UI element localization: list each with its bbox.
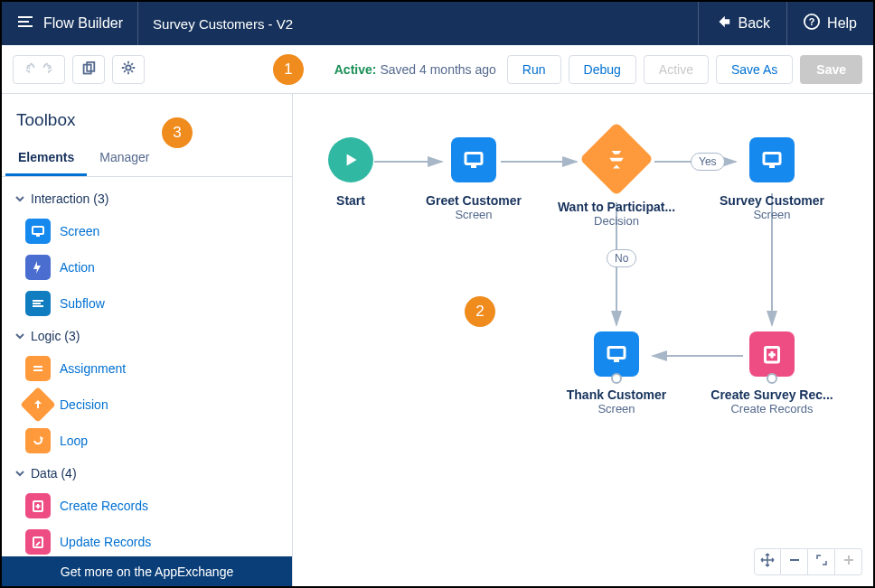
palette: Interaction (3) Screen Action Subflow Lo…: [2, 177, 292, 556]
appexchange-button[interactable]: Get more on the AppExchange: [2, 556, 292, 586]
debug-button[interactable]: Debug: [569, 55, 636, 84]
svg-rect-21: [608, 348, 625, 359]
callout-2: 2: [465, 296, 495, 327]
callout-3: 3: [162, 117, 193, 148]
undo-redo-group: [13, 55, 65, 84]
callout-1: 1: [273, 54, 304, 85]
node-thank-customer[interactable]: Thank Customer Screen: [544, 331, 689, 415]
create-records-icon: [25, 493, 51, 518]
contract-icon: [815, 554, 828, 570]
svg-rect-22: [614, 359, 619, 362]
chevron-down-icon: [14, 331, 25, 341]
palette-item-subflow[interactable]: Subflow: [2, 285, 292, 322]
palette-item-screen[interactable]: Screen: [2, 213, 292, 249]
palette-item-update-records[interactable]: Update Records: [2, 524, 292, 556]
svg-point-4: [126, 65, 130, 70]
flow-title: Survey Customers - V2: [138, 2, 697, 45]
palette-item-decision[interactable]: Decision: [2, 387, 292, 423]
active-button: Active: [644, 55, 709, 84]
screen-icon: [594, 331, 639, 377]
svg-rect-5: [33, 227, 43, 234]
palette-item-loop[interactable]: Loop: [2, 423, 292, 459]
node-create-sub: Create Records: [700, 402, 844, 415]
tab-elements[interactable]: Elements: [5, 141, 87, 176]
chevron-down-icon: [14, 468, 25, 479]
node-thank-label: Thank Customer: [544, 387, 689, 402]
redo-button[interactable]: [40, 60, 56, 79]
toolbox-title: Toolbox: [2, 94, 292, 141]
save-as-button[interactable]: Save As: [716, 55, 793, 84]
palette-item-action[interactable]: Action: [2, 249, 292, 285]
node-want-label: Want to Participat...: [544, 200, 689, 214]
assignment-icon: [25, 356, 51, 381]
node-create-survey-records[interactable]: Create Survey Rec... Create Records: [700, 331, 844, 415]
screen-icon: [749, 137, 795, 182]
back-label: Back: [739, 15, 771, 32]
button-bar: Active: Saved 4 months ago Run Debug Act…: [2, 45, 873, 94]
category-logic[interactable]: Logic (3): [2, 322, 292, 350]
node-survey-customer[interactable]: Survey Customer Screen: [700, 137, 844, 221]
status-label: Active:: [334, 62, 377, 77]
node-survey-sub: Screen: [700, 208, 844, 221]
node-port[interactable]: [767, 373, 777, 384]
start-icon: [328, 137, 373, 182]
svg-text:?: ?: [809, 16, 815, 27]
back-button[interactable]: Back: [698, 2, 787, 45]
arrow-left-icon: [715, 14, 731, 33]
screen-icon: [451, 137, 496, 182]
move-icon: [760, 553, 775, 571]
category-interaction[interactable]: Interaction (3): [2, 184, 292, 213]
plus-icon: [842, 554, 855, 570]
node-create-label: Create Survey Rec...: [700, 387, 844, 402]
svg-rect-19: [764, 154, 780, 164]
copy-button[interactable]: [72, 55, 105, 84]
svg-rect-6: [36, 235, 40, 237]
help-button[interactable]: ? Help: [786, 2, 873, 45]
node-want-participate[interactable]: Want to Participat... Decision: [544, 133, 689, 228]
svg-rect-20: [769, 165, 775, 168]
svg-rect-18: [471, 165, 476, 168]
node-want-sub: Decision: [544, 214, 689, 228]
node-port[interactable]: [611, 373, 622, 384]
question-icon: ?: [804, 14, 820, 33]
flow-builder-icon: [16, 13, 43, 34]
run-button[interactable]: Run: [507, 55, 561, 84]
top-bar: Flow Builder Survey Customers - V2 Back …: [2, 2, 873, 45]
action-icon: [25, 255, 51, 280]
settings-button[interactable]: [112, 55, 145, 84]
node-greet-customer[interactable]: Greet Customer Screen: [401, 137, 546, 221]
tab-manager[interactable]: Manager: [87, 141, 162, 176]
palette-item-assignment[interactable]: Assignment: [2, 350, 292, 387]
zoom-out-button[interactable]: [781, 548, 808, 575]
pan-button[interactable]: [754, 548, 781, 575]
edge-label-no: No: [607, 249, 636, 267]
create-records-icon: [749, 331, 795, 377]
gear-icon: [120, 60, 136, 79]
screen-icon: [25, 219, 51, 244]
update-records-icon: [25, 529, 51, 555]
node-greet-label: Greet Customer: [401, 193, 546, 208]
chevron-down-icon: [14, 193, 25, 204]
palette-item-create-records[interactable]: Create Records: [2, 488, 292, 524]
node-survey-label: Survey Customer: [700, 193, 844, 208]
zoom-in-button[interactable]: [835, 548, 862, 575]
svg-rect-17: [466, 154, 482, 164]
node-thank-sub: Screen: [544, 402, 689, 415]
category-data[interactable]: Data (4): [2, 459, 292, 488]
undo-button[interactable]: [22, 60, 38, 79]
decision-icon: [579, 122, 654, 196]
svg-rect-8: [33, 537, 42, 547]
status-text: Saved 4 months ago: [380, 62, 495, 77]
node-greet-sub: Screen: [401, 208, 546, 221]
subflow-icon: [25, 291, 51, 316]
flow-canvas[interactable]: Yes No Start Greet Customer Screen: [293, 94, 873, 586]
help-label: Help: [827, 15, 857, 32]
save-button[interactable]: Save: [800, 55, 862, 84]
app-brand: Flow Builder: [2, 2, 138, 45]
minus-icon: [788, 554, 801, 570]
decision-icon: [20, 387, 56, 423]
zoom-fit-button[interactable]: [808, 548, 835, 575]
loop-icon: [25, 428, 51, 453]
toolbox-tabs: Elements Manager: [2, 141, 292, 177]
zoom-toolbar: [754, 548, 862, 575]
